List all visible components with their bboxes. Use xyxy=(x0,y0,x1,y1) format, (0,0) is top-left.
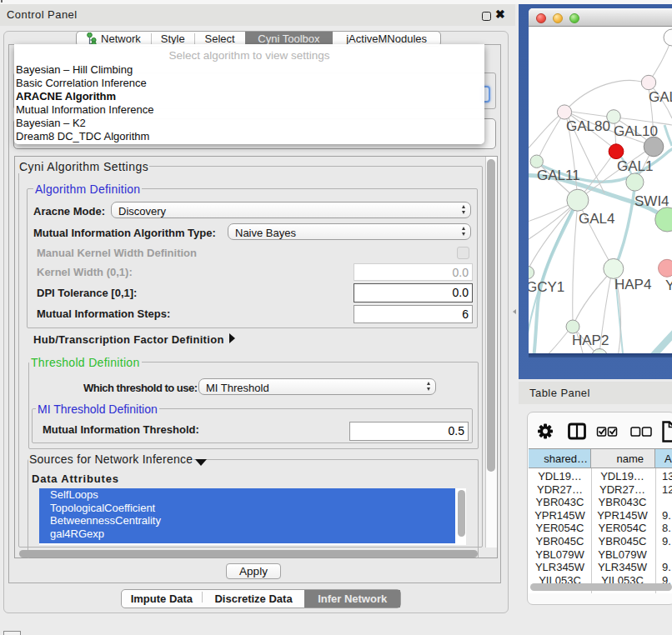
svg-text:GAL4: GAL4 xyxy=(579,211,614,227)
svg-text:GAL: GAL xyxy=(649,89,672,105)
svg-text:HAP4: HAP4 xyxy=(614,277,651,292)
svg-text:GAL1: GAL1 xyxy=(617,158,653,174)
svg-text:GCY1: GCY1 xyxy=(529,279,564,295)
svg-text:Y: Y xyxy=(665,278,672,293)
svg-text:HAP2: HAP2 xyxy=(572,332,609,348)
svg-text:GAL10: GAL10 xyxy=(614,123,658,139)
svg-text:GAL11: GAL11 xyxy=(537,168,580,183)
svg-text:SWI4: SWI4 xyxy=(634,193,669,209)
svg-text:GAL80: GAL80 xyxy=(566,118,610,134)
